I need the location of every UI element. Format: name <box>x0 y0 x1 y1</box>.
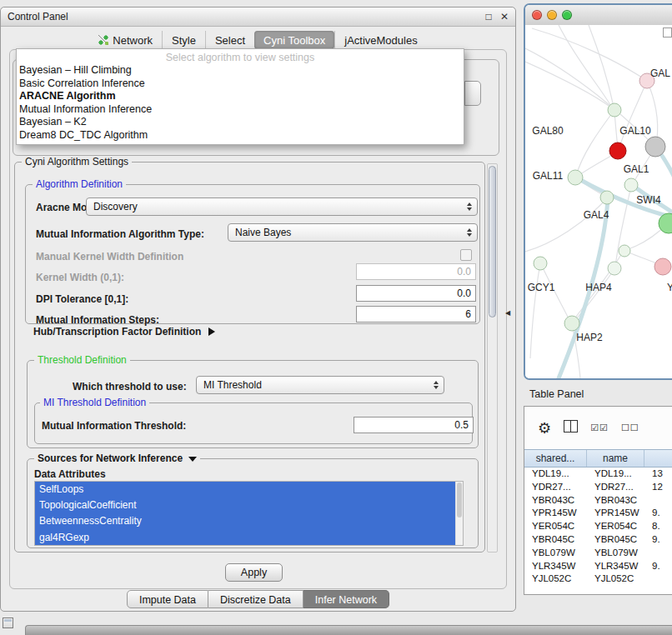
network-node-gray-hub[interactable] <box>645 137 665 157</box>
which-threshold-select[interactable]: MI Threshold <box>196 376 444 394</box>
minimized-panel-icon[interactable] <box>3 618 13 628</box>
selected-value: Discovery <box>93 201 138 212</box>
sources-title[interactable]: Sources for Network Inference <box>34 452 200 464</box>
data-attribute-topologicalcoefficient[interactable]: TopologicalCoefficient <box>35 498 455 513</box>
network-node-gal11[interactable] <box>568 170 583 185</box>
network-node-mid[interactable] <box>608 262 621 275</box>
chevron-right-icon <box>208 328 215 336</box>
group-title: Threshold Definition <box>34 354 130 366</box>
desktop: Control Panel □ ✕ NetworkStyleSelectCyni… <box>0 0 672 635</box>
window-title: Control Panel <box>8 8 68 26</box>
network-node-small[interactable] <box>619 245 630 257</box>
algorithm-option-basic-correlation-inference[interactable]: Basic Correlation Inference <box>17 78 464 91</box>
table-cell: YPR145W <box>524 507 587 520</box>
node-label-swi4: SWI4 <box>636 194 661 206</box>
table-cell: YDR27... <box>587 481 644 494</box>
table-row[interactable]: YBR045CYBR045C9. <box>524 533 672 547</box>
network-node-green-top[interactable] <box>608 103 621 117</box>
combo-arrows-icon <box>467 202 472 211</box>
mi-type-label: Mutual Information Algorithm Type: <box>36 228 204 240</box>
minimize-traffic-light[interactable] <box>547 10 557 20</box>
dropdown-items: Bayesian – Hill ClimbingBasic Correlatio… <box>17 64 464 142</box>
bottom-tab-discretize-data[interactable]: Discretize Data <box>208 590 303 608</box>
table-cell: YER054C <box>587 520 644 533</box>
algorithm-option-mutual-information-inference[interactable]: Mutual Information Inference <box>17 103 464 117</box>
network-canvas[interactable]: GALGAL80GAL10GAL11GAL1SWI4GAL4GCY1HAP4YH… <box>525 25 672 378</box>
table-row[interactable]: YDL19...YDL19...13 <box>524 468 672 481</box>
close-window-button[interactable]: ✕ <box>498 8 511 26</box>
table-row[interactable]: YDR27...YDR27...12 <box>524 481 672 494</box>
splitter-collapse-arrow[interactable]: ◀ <box>505 309 510 317</box>
attribute-items: SelfLoopsTopologicalCoefficientBetweenne… <box>35 482 455 545</box>
group-title: Algorithm Definition <box>33 178 126 190</box>
canvas-corner-widget[interactable] <box>663 28 672 38</box>
network-node-gal1[interactable] <box>624 178 638 192</box>
table-cell: YER054C <box>524 520 587 533</box>
tab-label: Select <box>215 34 245 47</box>
bottom-tab-infer-network[interactable]: Infer Network <box>303 590 389 608</box>
table-cell: YDL19... <box>587 468 644 481</box>
data-attribute-selfloops[interactable]: SelfLoops <box>35 482 455 498</box>
data-attribute-gal4rgexp[interactable]: gal4RGexp <box>35 530 455 545</box>
algorithm-combobox-fragment[interactable] <box>464 81 481 106</box>
columns-icon[interactable] <box>564 420 578 436</box>
table-cell: 12 <box>644 481 672 494</box>
close-traffic-light[interactable] <box>532 10 542 20</box>
network-node-pink-right[interactable] <box>654 258 671 275</box>
zoom-traffic-light[interactable] <box>562 10 572 20</box>
table-row[interactable]: YBL079WYBL079W <box>524 547 672 560</box>
network-node-gal4[interactable] <box>600 191 614 204</box>
list-scrollbar-thumb[interactable] <box>457 482 462 518</box>
group-title: MI Threshold Definition <box>40 397 149 408</box>
panel-scrollbar-thumb[interactable] <box>489 166 496 318</box>
column-header-shared[interactable]: shared... <box>524 450 587 467</box>
dpi-tolerance-field[interactable] <box>356 285 476 302</box>
deselect-all-icon[interactable]: ☐☐ <box>621 422 639 433</box>
tab-cyni-toolbox[interactable]: Cyni Toolbox <box>254 31 334 49</box>
kernel-width-field[interactable] <box>356 263 476 280</box>
mi-steps-field[interactable] <box>356 306 476 322</box>
algorithm-option-aracne-algorithm[interactable]: ARACNE Algorithm <box>17 90 464 103</box>
manual-kernel-checkbox[interactable] <box>460 249 472 261</box>
data-attribute-betweennesscentrality[interactable]: BetweennessCentrality <box>35 513 455 529</box>
column-header[interactable] <box>644 450 672 467</box>
algorithm-option-bayesian-hill-climbing[interactable]: Bayesian – Hill Climbing <box>17 64 464 78</box>
cyni-algorithm-settings-group: Cyni Algorithm Settings Algorithm Defini… <box>14 162 485 552</box>
tab-network[interactable]: Network <box>89 31 162 49</box>
table-row[interactable]: YLR345WYLR345W9. <box>524 560 672 573</box>
algorithm-option-dream8-dc-tdc-algorithm[interactable]: Dream8 DC_TDC Algorithm <box>17 129 464 142</box>
list-scrollbar[interactable] <box>455 482 463 545</box>
mi-threshold-label: Mutual Information Threshold: <box>42 420 186 432</box>
tab-jactivemodules[interactable]: jActiveModules <box>334 31 426 49</box>
aracne-mode-select[interactable]: Discovery <box>86 198 478 216</box>
bottom-tab-impute-data[interactable]: Impute Data <box>127 590 208 608</box>
table-cell: YBR045C <box>587 533 644 547</box>
table-row[interactable]: YBR043CYBR043C <box>524 494 672 508</box>
hub-definition-section[interactable]: Hub/Transcription Factor Definition <box>33 326 215 338</box>
algorithm-dropdown: Select algorithm to view settings Bayesi… <box>16 48 464 145</box>
network-node-hap2[interactable] <box>564 316 579 331</box>
tab-style[interactable]: Style <box>162 31 205 49</box>
table-row[interactable]: YPR145WYPR145W9. <box>524 507 672 520</box>
table-row[interactable]: YER054CYER054C8. <box>524 520 672 533</box>
mi-threshold-field[interactable] <box>354 417 474 433</box>
select-all-icon[interactable]: ☑☑ <box>590 422 609 433</box>
table-cell <box>644 547 672 560</box>
network-node-gal10[interactable] <box>609 142 626 159</box>
tab-select[interactable]: Select <box>205 31 254 49</box>
gear-icon[interactable]: ⚙ <box>538 421 551 436</box>
column-header-name[interactable]: name <box>587 450 644 467</box>
table-cell: 13 <box>644 468 672 481</box>
float-window-button[interactable]: □ <box>482 8 495 26</box>
table-cell: YBL079W <box>524 547 587 560</box>
apply-button[interactable]: Apply <box>225 563 283 582</box>
table-cell: YBR043C <box>524 494 587 508</box>
node-label-gal11: GAL11 <box>533 170 564 182</box>
panel-scrollbar[interactable] <box>487 163 498 552</box>
algorithm-option-bayesian-k2[interactable]: Bayesian – K2 <box>17 116 464 129</box>
table-panel-title: Table Panel <box>529 388 584 400</box>
table-cell: 9. <box>644 507 672 520</box>
network-node-gcy1[interactable] <box>534 257 547 270</box>
mi-type-select[interactable]: Naive Bayes <box>228 223 478 242</box>
table-row[interactable]: YJL052CYJL052C <box>524 572 672 586</box>
